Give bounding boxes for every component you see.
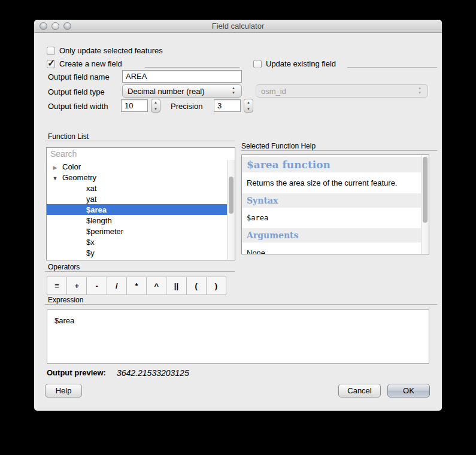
output-preview-label: Output preview: [47, 368, 106, 377]
output-field-width-input[interactable] [121, 99, 148, 112]
output-field-name-input[interactable] [122, 70, 242, 83]
operator-divide-button[interactable]: / [107, 277, 127, 295]
output-field-type-dropdown[interactable]: Decimal number (real) [122, 84, 242, 98]
function-tree[interactable]: Color Geometry xat yat $area $length [46, 160, 235, 260]
tree-item-length[interactable]: $length [47, 215, 227, 226]
tree-group-color[interactable]: Color [47, 161, 227, 172]
operators-label: Operators [48, 263, 80, 271]
tree-item-x[interactable]: $x [47, 236, 227, 247]
help-arguments-heading: Arguments [247, 230, 298, 240]
help-arguments-value: None [242, 248, 421, 254]
create-new-field-checkbox-row: Create a new field [47, 59, 122, 68]
help-scrollbar[interactable] [421, 155, 429, 254]
operator-multiply-button[interactable]: * [127, 277, 147, 295]
function-help-panel[interactable]: $area function Returns the area size of … [241, 154, 429, 254]
scrollbar-thumb[interactable] [423, 157, 428, 223]
update-existing-checkbox-row: Update existing field [253, 59, 336, 68]
output-field-name-label: Output field name [48, 72, 110, 81]
operator-concat-button[interactable]: || [166, 277, 186, 295]
scrollbar-thumb[interactable] [229, 177, 234, 214]
operator-close-paren-button[interactable]: ) [207, 277, 226, 295]
update-existing-rule [347, 67, 437, 68]
selected-function-help-label: Selected Function Help [241, 142, 316, 150]
cancel-button[interactable]: Cancel [338, 384, 381, 398]
help-syntax-value: $area [242, 214, 421, 222]
expanded-arrow-icon[interactable] [51, 173, 59, 182]
function-tree-scrollbar[interactable] [227, 160, 235, 260]
expression-rule [45, 304, 437, 305]
tree-item-yat[interactable]: yat [47, 193, 227, 204]
collapsed-arrow-icon[interactable] [51, 162, 59, 171]
tree-item-y[interactable]: $y [47, 247, 227, 258]
output-field-type-label: Output field type [48, 87, 105, 96]
operator-minus-button[interactable]: - [87, 277, 107, 295]
ok-button[interactable]: OK [387, 384, 430, 398]
output-field-type-value: Decimal number (real) [128, 87, 205, 96]
field-calculator-dialog: Field calculator Only update selected fe… [34, 20, 442, 411]
function-list-label: Function List [48, 132, 89, 141]
existing-field-dropdown: osm_id [256, 84, 428, 98]
output-field-width-stepper[interactable] [151, 99, 160, 113]
title-bar[interactable]: Field calculator [34, 20, 442, 33]
operators-rule [45, 271, 235, 272]
precision-stepper[interactable] [244, 99, 253, 113]
create-new-field-label: Create a new field [59, 59, 122, 68]
tree-group-geometry[interactable]: Geometry [47, 172, 227, 183]
create-new-field-rule [145, 67, 239, 68]
dropdown-arrows-icon [418, 86, 424, 97]
update-existing-checkbox[interactable] [253, 60, 262, 68]
tree-item-xat[interactable]: xat [47, 183, 227, 193]
only-update-checkbox[interactable] [47, 47, 55, 55]
only-update-label: Only update selected features [59, 46, 163, 55]
operator-equals-button[interactable]: = [47, 277, 67, 295]
tree-item-area[interactable]: $area [47, 204, 227, 215]
output-preview-value: 3642.21533203125 [117, 368, 189, 378]
expression-label: Expression [48, 296, 83, 304]
dropdown-arrows-icon [232, 86, 238, 97]
operator-open-paren-button[interactable]: ( [187, 277, 207, 295]
only-update-checkbox-row: Only update selected features [47, 46, 163, 55]
precision-label: Precision [171, 102, 202, 111]
update-existing-label: Update existing field [266, 59, 336, 68]
window-title: Field calculator [34, 22, 442, 31]
help-description: Returns the area size of the current fea… [242, 178, 421, 187]
existing-field-value: osm_id [261, 87, 286, 96]
function-search-input[interactable] [46, 147, 235, 160]
operator-plus-button[interactable]: + [67, 277, 87, 295]
desktop-background: Field calculator Only update selected fe… [0, 0, 476, 455]
function-list-rule [45, 141, 235, 141]
help-syntax-heading: Syntax [247, 196, 278, 205]
tree-item-perimeter[interactable]: $perimeter [47, 226, 227, 236]
create-new-field-checkbox[interactable] [47, 60, 55, 68]
operator-buttons: = + - / * ^ || ( ) [47, 277, 226, 295]
selected-function-help-rule [241, 150, 437, 151]
help-title: $area function [247, 159, 331, 171]
output-field-width-label: Output field width [48, 102, 108, 111]
operator-power-button[interactable]: ^ [147, 277, 166, 295]
expression-editor[interactable]: $area [47, 310, 429, 364]
help-button[interactable]: Help [45, 384, 82, 398]
precision-input[interactable] [214, 99, 241, 112]
